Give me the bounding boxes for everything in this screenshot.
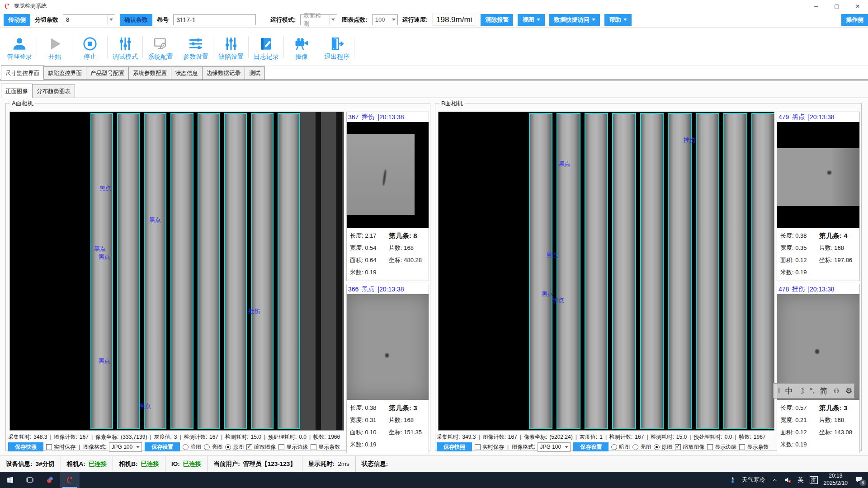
zoom-image-option[interactable]: 缩放图像 [246,443,276,451]
original-image-option[interactable]: 原图 [654,443,672,451]
maximize-button[interactable]: ▢ [826,0,847,12]
sub-tab-1[interactable]: 正面图像 [1,84,33,98]
defect-coordinate: 坐标: 197.86 [819,256,859,268]
bright-image-option[interactable]: 亮图 [204,443,222,451]
defect-entry[interactable]: 366 黑点 |20:13:38 长度: 0.38 第几条: 3 宽度: 0.3… [346,284,429,453]
tool-exit-door[interactable]: 退出程序 [319,30,354,63]
show-edge-option[interactable]: 显示边缘 [278,443,308,451]
confirm-count-button[interactable]: 确认条数 [120,14,152,26]
tool-video-camera[interactable]: 摄像 [284,30,319,63]
ime-mode-button[interactable]: 中 [785,386,793,396]
tool-stop[interactable]: 停止 [72,30,108,63]
tool-system-monitor[interactable]: 系统配置 [143,30,178,63]
ime-settings-gear-icon[interactable]: ⚙ [845,386,852,396]
film-strip [751,113,775,429]
dark-image-option[interactable]: 暗图 [611,443,630,451]
defect-pieces: 片数: 168 [819,416,859,428]
bright-image-option[interactable]: 亮图 [632,443,651,451]
realtime-save-option[interactable]: 实时保存 [475,443,504,451]
speaker-muted-icon[interactable] [784,476,792,484]
defect-entry[interactable]: 367 挫伤 |20:13:38 长度: 2.17 第几条: 8 宽度: 0.5… [346,112,429,281]
menu-arrow-icon [592,19,595,21]
param-sliders-icon [188,33,203,52]
defect-meters: 米数: 0.19 [350,441,389,453]
save-snapshot-button[interactable]: 保存快照 [8,442,43,451]
main-tab-4[interactable]: 系统参数配置 [128,66,171,80]
main-tab-6[interactable]: 边缘数据记录 [202,66,245,80]
tool-defect-sliders[interactable]: 缺陷设置 [213,30,249,63]
save-snapshot-button[interactable]: 保存快照 [437,442,472,451]
tool-user[interactable]: 管理登录 [2,30,37,63]
save-settings-button[interactable]: 保存设置 [573,442,609,451]
taskbar-app-icon-1[interactable] [40,472,60,488]
clear-alarm-button[interactable]: 清除报警 [481,14,513,26]
status-label: 采集耗时: [437,433,460,441]
show-edge-option[interactable]: 显示边缘 [707,443,736,451]
weather-text[interactable]: 天气寒冷 [742,476,765,484]
ime-grip-handle[interactable]: ‖ [778,387,780,394]
status-label: 检测计数: [609,433,632,441]
show-count-option[interactable]: 显示条数 [739,443,769,451]
io-connected: 已连接 [183,460,202,468]
icon-toolbar: 管理登录开始停止调试模式系统配置参数设置缺陷设置日志记录摄像退出程序 [0,28,868,66]
minimize-button[interactable]: ─ [806,0,826,12]
defect-details: 长度: 0.38 第几条: 4 宽度: 0.35 片数: 168 面积: 0.1… [777,228,859,281]
realtime-save-option[interactable]: 实时保存 [46,443,75,451]
save-settings-button[interactable]: 保存设置 [145,442,180,451]
defect-entry[interactable]: 479 黑点 |20:13:38 长度: 0.38 第几条: 4 宽度: 0.3… [777,112,860,281]
image-format-select[interactable]: JPG 100 [538,442,571,452]
defect-overlay-label: 黑点 [94,245,106,253]
main-tab-2[interactable]: 缺陷监控界面 [43,66,86,80]
ime-pinyin-indicator[interactable]: 拼 [810,476,818,484]
drive-side-button[interactable]: 传动侧 [4,14,30,26]
dark-image-option[interactable]: 暗图 [183,443,201,451]
panel-b-title: B面相机 [439,99,465,108]
io-status-cell: IO: 已连接 [165,456,208,472]
defect-area: 面积: 0.10 [350,428,389,441]
slit-count-select[interactable]: 8 [63,14,115,25]
camera-a-status-cell: 相机A: 已连接 [61,456,113,472]
taskbar-clock[interactable]: 20:13 2025/2/10 [824,473,848,487]
close-button[interactable]: ✕ [847,0,868,12]
tool-play[interactable]: 开始 [37,30,72,63]
ime-charset-button[interactable]: 简 [820,386,828,396]
ime-fullwidth-moon-icon[interactable]: ☽ [798,386,805,396]
defect-area: 面积: 0.12 [780,256,819,268]
tool-debug-sliders[interactable]: 调试模式 [108,30,143,63]
main-tab-1[interactable]: 尺寸监控界面 [1,66,44,80]
main-tab-bar: 尺寸监控界面缺陷监控界面产品型号配置系统参数配置状态信息边缘数据记录测试 [0,66,868,80]
original-image-option[interactable]: 原图 [225,443,244,451]
view-menu-button[interactable]: 视图 [518,14,545,26]
data-access-menu-button[interactable]: 数据快捷访问 [549,14,600,26]
help-menu-button[interactable]: 帮助 [604,14,632,26]
menu-arrow-icon [623,19,627,21]
main-tab-3[interactable]: 产品型号配置 [86,66,129,80]
film-strip [144,113,166,429]
operator-side-button[interactable]: 操作侧 [841,14,868,26]
sub-tab-2[interactable]: 分布趋势图表 [32,84,75,98]
main-tab-7[interactable]: 测试 [245,66,265,80]
taskbar-app-icon-inspection[interactable] [60,472,80,488]
language-indicator[interactable]: 英 [798,476,804,484]
image-format-select[interactable]: JPG 100 [109,442,142,452]
defect-overlay-label: 黑点 [139,402,151,410]
chart-points-select[interactable]: 100 [372,14,398,25]
action-center-button[interactable]: 6 [854,474,864,485]
ime-punctuation-button[interactable]: °, [810,386,815,395]
window-title: 视觉检测系统 [14,2,47,10]
zoom-image-option[interactable]: 缩放图像 [675,443,704,451]
tool-log-book[interactable]: 日志记录 [249,30,284,63]
start-button[interactable] [0,472,20,488]
ime-emoji-icon[interactable]: ☺ [833,386,840,395]
main-tab-5[interactable]: 状态信息 [171,66,203,80]
defect-entry[interactable]: 478 挫伤 |20:13:38 长度: 0.57 第几条: 3 宽度: 0.2… [777,284,860,453]
film-strip [529,113,552,429]
tool-param-sliders[interactable]: 参数设置 [178,30,213,63]
tray-chevron-icon[interactable] [771,477,778,483]
run-mode-select[interactable]: 双面检测 [300,14,337,25]
roll-number-input[interactable]: 3117-1 [173,14,256,25]
task-view-button[interactable] [20,472,40,488]
status-label: 预处理耗时: [693,433,722,441]
show-count-option[interactable]: 显示条数 [311,443,340,451]
system-monitor-icon [152,33,169,52]
